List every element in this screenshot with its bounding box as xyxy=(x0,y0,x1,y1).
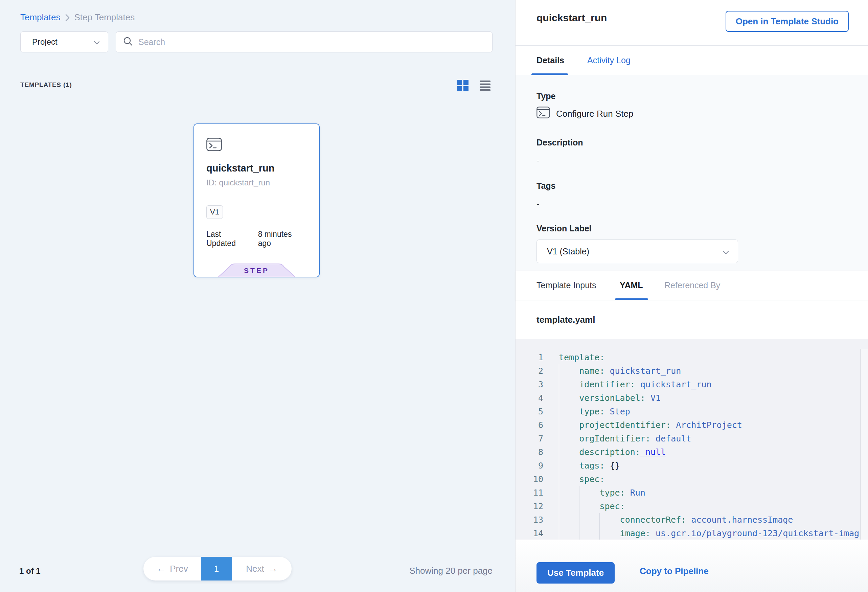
search-input[interactable] xyxy=(138,37,486,47)
version-select-value: V1 (Stable) xyxy=(547,247,589,257)
details-section: Type Configure Run Step Description - Ta… xyxy=(515,75,868,271)
tab-referenced-by[interactable]: Referenced By xyxy=(664,271,720,300)
last-updated-value: 8 minutes ago xyxy=(258,230,307,248)
last-updated-label: Last Updated xyxy=(206,230,253,248)
yaml-file-name: template.yaml xyxy=(536,314,595,325)
yaml-line: 9tags: {} xyxy=(515,459,868,472)
yaml-line: 8description: null xyxy=(515,446,868,459)
next-page-button[interactable]: Next → xyxy=(232,557,292,580)
chevron-down-icon xyxy=(723,247,729,257)
card-last-updated: Last Updated 8 minutes ago xyxy=(206,230,307,248)
search-box xyxy=(116,31,493,52)
yaml-line: 3identifier: quickstart_run xyxy=(515,378,868,391)
template-details-panel: quickstart_run Open in Template Studio D… xyxy=(515,0,868,592)
tags-value: - xyxy=(536,199,849,209)
type-value: Configure Run Step xyxy=(556,109,633,119)
description-value: - xyxy=(536,156,849,165)
details-tabs: Details Activity Log xyxy=(515,46,868,75)
templates-count-heading: TEMPLATES (1) xyxy=(20,81,72,89)
step-ribbon-label: STEP xyxy=(217,267,296,275)
yaml-line: 6projectIdentifier: ArchitProject xyxy=(515,418,868,432)
yaml-editor[interactable]: 1template:2name: quickstart_run3identifi… xyxy=(515,339,868,540)
yaml-line: 14image: us.gcr.io/playground-123/quicks… xyxy=(515,527,868,540)
templates-list-panel: Templates Step Templates Project TEMPLAT… xyxy=(0,0,515,592)
details-title: quickstart_run xyxy=(536,12,607,24)
breadcrumb-current: Step Templates xyxy=(74,12,135,23)
editor-minimap[interactable] xyxy=(860,349,868,540)
tab-activity-log[interactable]: Activity Log xyxy=(587,46,630,75)
view-toggles xyxy=(457,80,490,92)
description-label: Description xyxy=(536,138,849,148)
card-title: quickstart_run xyxy=(206,163,307,174)
card-divider xyxy=(206,197,307,197)
pagination: ← Prev 1 Next → xyxy=(143,557,292,580)
yaml-line: 4versionLabel: V1 xyxy=(515,391,868,405)
yaml-code: 1template:2name: quickstart_run3identifi… xyxy=(515,351,868,540)
tags-label: Tags xyxy=(536,181,849,191)
yaml-line: 10spec: xyxy=(515,472,868,486)
terminal-step-icon xyxy=(536,106,550,121)
scope-select[interactable]: Project xyxy=(20,31,108,52)
yaml-line: 12spec: xyxy=(515,500,868,513)
tab-details[interactable]: Details xyxy=(536,46,564,75)
yaml-file-header: template.yaml xyxy=(515,300,868,339)
type-value-row: Configure Run Step xyxy=(536,106,849,121)
breadcrumb-templates-link[interactable]: Templates xyxy=(20,12,61,23)
yaml-line: 13connectorRef: account.harnessImage xyxy=(515,513,868,527)
type-label: Type xyxy=(536,92,849,101)
yaml-line: 2name: quickstart_run xyxy=(515,364,868,378)
tab-template-inputs[interactable]: Template Inputs xyxy=(536,271,596,300)
details-header: quickstart_run Open in Template Studio xyxy=(515,0,868,46)
use-template-button[interactable]: Use Template xyxy=(536,562,615,583)
breadcrumb: Templates Step Templates xyxy=(20,12,134,23)
version-label: Version Label xyxy=(536,224,849,233)
prev-page-button[interactable]: ← Prev xyxy=(143,557,201,580)
grid-view-icon[interactable] xyxy=(457,80,469,92)
yaml-line: 11type: Run xyxy=(515,486,868,500)
chevron-down-icon xyxy=(94,37,100,47)
card-id: ID: quickstart_run xyxy=(206,178,307,187)
current-page-button[interactable]: 1 xyxy=(201,557,232,580)
details-footer: Use Template Copy to Pipeline xyxy=(515,540,868,592)
open-template-studio-button[interactable]: Open in Template Studio xyxy=(726,11,849,32)
list-view-icon[interactable] xyxy=(480,81,490,91)
arrow-left-icon: ← xyxy=(156,564,166,573)
chevron-right-icon xyxy=(65,14,70,21)
app-root: Templates Step Templates Project TEMPLAT… xyxy=(0,0,868,592)
step-ribbon: STEP xyxy=(217,264,296,278)
terminal-step-icon xyxy=(206,146,222,152)
content-tabs: Template Inputs YAML Referenced By xyxy=(515,271,868,300)
page-summary: 1 of 1 xyxy=(19,566,41,576)
active-subtab-underline xyxy=(615,298,648,300)
version-badge: V1 xyxy=(206,205,223,219)
prev-label: Prev xyxy=(170,564,188,574)
scope-select-value: Project xyxy=(32,37,58,47)
tab-yaml[interactable]: YAML xyxy=(620,271,643,300)
version-select[interactable]: V1 (Stable) xyxy=(536,239,738,263)
copy-to-pipeline-link[interactable]: Copy to Pipeline xyxy=(640,566,709,576)
yaml-line: 7orgIdentifier: default xyxy=(515,432,868,446)
arrow-right-icon: → xyxy=(268,564,278,573)
page-size-note: Showing 20 per page xyxy=(372,565,493,576)
yaml-line: 1template: xyxy=(515,351,868,364)
template-card[interactable]: quickstart_run ID: quickstart_run V1 Las… xyxy=(193,124,320,278)
yaml-line: 5type: Step xyxy=(515,405,868,418)
next-label: Next xyxy=(246,564,264,574)
search-icon xyxy=(123,36,133,48)
